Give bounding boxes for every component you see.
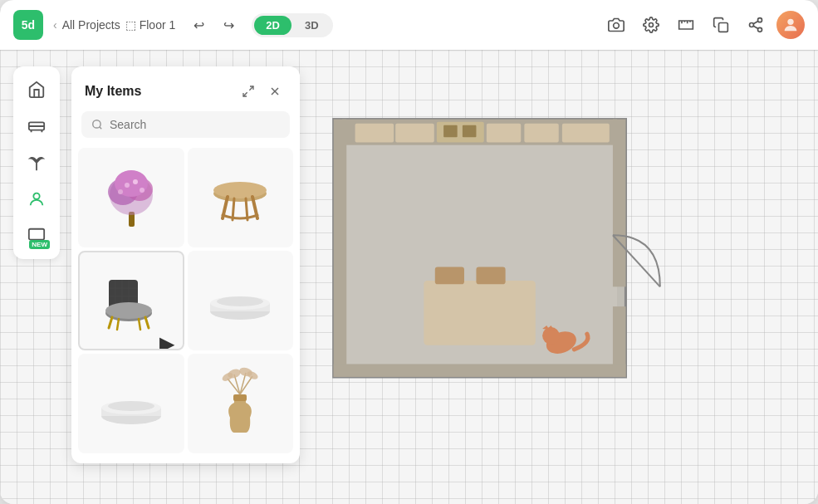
- search-bar: [81, 111, 290, 138]
- svg-rect-75: [334, 364, 626, 377]
- svg-line-41: [145, 317, 149, 328]
- tray1-illustration: [203, 263, 277, 338]
- svg-point-22: [133, 179, 138, 184]
- svg-line-15: [100, 127, 102, 130]
- ruler-button[interactable]: [672, 11, 700, 39]
- svg-rect-52: [233, 394, 247, 401]
- view-2d-button[interactable]: 2D: [254, 16, 291, 35]
- breadcrumb: ‹ All Projects ⬚ Floor 1: [53, 18, 175, 32]
- svg-point-8: [33, 193, 39, 199]
- items-panel-header: My Items: [71, 66, 300, 111]
- duplicate-button[interactable]: [707, 11, 735, 39]
- svg-point-14: [93, 120, 100, 128]
- view-3d-button[interactable]: 3D: [293, 16, 331, 35]
- svg-line-40: [109, 317, 112, 328]
- svg-point-1: [649, 23, 654, 27]
- item-card-vase[interactable]: [188, 354, 294, 453]
- tray2-illustration: [94, 366, 169, 441]
- panel-header-buttons: [237, 80, 287, 103]
- chair-illustration: [94, 263, 169, 338]
- new-badge-label: NEW: [29, 240, 50, 249]
- floor-plan-svg: [291, 66, 789, 490]
- close-panel-button[interactable]: [263, 80, 287, 103]
- items-panel: My Items: [71, 66, 300, 463]
- svg-rect-68: [463, 125, 477, 137]
- svg-rect-65: [395, 124, 434, 143]
- redo-button[interactable]: ↪: [215, 12, 242, 38]
- svg-point-6: [787, 19, 793, 25]
- svg-point-51: [108, 401, 154, 411]
- app-container: 5d ‹ All Projects ⬚ Floor 1 ↩ ↪ 2D 3D: [0, 0, 818, 504]
- sidebar-furniture-button[interactable]: [20, 110, 53, 143]
- sidebar-home-button[interactable]: [20, 73, 53, 106]
- svg-rect-70: [524, 124, 558, 143]
- header-actions: ↩ ↪: [185, 12, 242, 38]
- item-card-chair[interactable]: ▶: [78, 251, 184, 350]
- svg-point-3: [758, 18, 762, 22]
- svg-point-5: [758, 27, 762, 32]
- svg-line-42: [117, 319, 119, 330]
- sidebar-people-button[interactable]: [20, 183, 53, 216]
- svg-point-26: [213, 182, 267, 198]
- svg-rect-64: [355, 124, 394, 143]
- tree-illustration: [94, 160, 169, 235]
- left-sidebar: NEW: [13, 66, 60, 259]
- header-right: [602, 11, 805, 39]
- svg-rect-73: [613, 120, 626, 287]
- vase-illustration: [203, 366, 277, 441]
- svg-point-23: [118, 189, 123, 194]
- items-grid: ▶: [71, 148, 300, 463]
- svg-line-11: [243, 92, 247, 96]
- svg-point-21: [125, 183, 130, 188]
- items-panel-title: My Items: [85, 84, 141, 99]
- expand-panel-button[interactable]: [237, 80, 260, 103]
- header: 5d ‹ All Projects ⬚ Floor 1 ↩ ↪ 2D 3D: [0, 0, 818, 50]
- logo-button[interactable]: 5d: [13, 10, 43, 40]
- settings-button[interactable]: [637, 11, 665, 39]
- svg-rect-9: [29, 229, 44, 240]
- svg-rect-72: [334, 120, 347, 377]
- svg-point-4: [750, 23, 754, 27]
- svg-line-43: [139, 319, 140, 330]
- item-card-tree[interactable]: [78, 148, 184, 247]
- chevron-left-icon: ‹: [53, 18, 57, 32]
- item-card-round-table[interactable]: [188, 148, 294, 247]
- all-projects-link[interactable]: All Projects: [62, 18, 120, 32]
- undo-button[interactable]: ↩: [185, 12, 212, 38]
- view-toggle: 2D 3D: [252, 13, 332, 37]
- sidebar-new-button[interactable]: NEW: [20, 219, 53, 252]
- search-input[interactable]: [110, 118, 280, 131]
- svg-rect-78: [435, 267, 464, 285]
- svg-rect-69: [487, 124, 521, 143]
- svg-line-10: [249, 86, 253, 91]
- avatar[interactable]: [776, 11, 805, 39]
- svg-rect-71: [562, 124, 610, 143]
- svg-point-47: [217, 296, 263, 306]
- search-icon: [91, 119, 103, 130]
- share-button[interactable]: [742, 11, 770, 39]
- sidebar-plants-button[interactable]: [20, 146, 53, 179]
- floor-icon: ⬚: [125, 18, 136, 32]
- svg-rect-67: [443, 125, 458, 137]
- svg-rect-79: [476, 267, 505, 285]
- svg-rect-77: [424, 281, 535, 345]
- svg-rect-2: [719, 23, 728, 32]
- camera-button[interactable]: [602, 11, 630, 39]
- floor-name: ⬚ Floor 1: [125, 18, 176, 32]
- item-card-tray1[interactable]: [188, 251, 294, 350]
- svg-point-24: [140, 188, 144, 193]
- svg-point-0: [614, 23, 620, 29]
- round-table-illustration: [203, 160, 277, 235]
- item-card-tray2[interactable]: [78, 354, 184, 453]
